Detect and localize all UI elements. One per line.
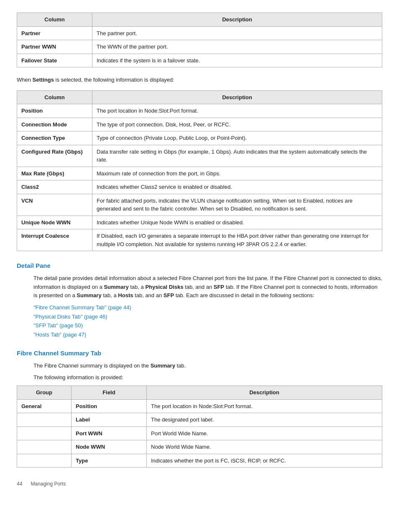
link-sfp-tab[interactable]: "SFP Tab" (page 50) [33,321,382,330]
cell: If Disabled, each I/O generates a separa… [92,229,382,251]
cell-failover-desc: Indicates if the system is in a failover… [92,54,382,67]
settings-desc-header: Description [92,90,382,104]
cell-desc: The designated port label. [147,413,382,427]
fibre-channel-summary-heading: Fibre Channel Summary Tab [17,349,382,358]
page-number: 44 [17,481,22,487]
cell: The type of port connection. Disk, Host,… [92,118,382,131]
top-table: Column Description Partner The partner p… [17,13,382,67]
cell-field: Port WWN [72,427,147,440]
cell: Interrupt Coalesce [17,229,92,251]
table-row: Node WWN Node World Wide Name. [17,440,382,454]
cell-desc: Node World Wide Name. [147,440,382,454]
cell-failover-label: Failover State [17,54,92,67]
cell-group [17,413,72,427]
detail-pane-body: The detail pane provides detail informat… [33,274,382,300]
summary-field-header: Field [72,386,147,400]
cell-field: Type [72,454,147,468]
table-row: Failover State Indicates if the system i… [17,54,382,67]
cell: Position [17,104,92,118]
cell: Connection Mode [17,118,92,131]
cell: Type of connection (Private Loop, Public… [92,131,382,145]
cell-desc: Indicates whether the port is FC, iSCSI,… [147,454,382,468]
link-physical-disks-tab[interactable]: "Physical Disks Tab" (page 46) [33,313,382,321]
fibre-channel-summary-line1: The Fibre Channel summary is displayed o… [33,362,382,370]
cell: Unique Node WWN [17,216,92,229]
cell-partner-wwn-label: Partner WWN [17,40,92,54]
cell: The port location in Node:Slot:Port form… [92,104,382,118]
cell-group: General [17,399,72,413]
table-row: Port WWN Port World Wide Name. [17,427,382,440]
cell: Connection Type [17,131,92,145]
cell: Indicates whether Class2 service is enab… [92,180,382,194]
cell-field: Node WWN [72,440,147,454]
cell: For fabric attached ports, indicates the… [92,194,382,216]
table-row: Label The designated port label. [17,413,382,427]
cell: Max Rate (Gbps) [17,167,92,180]
settings-col-header: Column [17,90,92,104]
link-hosts-tab[interactable]: "Hosts Tab" (page 47) [33,331,382,339]
summary-desc-header: Description [147,386,382,400]
table-row: Connection Mode The type of port connect… [17,118,382,131]
cell-desc: Port World Wide Name. [147,427,382,440]
table-row: Type Indicates whether the port is FC, i… [17,454,382,468]
col-header-column: Column [17,13,92,27]
cell-field: Label [72,413,147,427]
page-title: Managing Ports [31,481,66,487]
settings-table: Column Description Position The port loc… [17,90,382,252]
fibre-channel-summary-line2: The following information is provided: [33,373,382,382]
cell: VCN [17,194,92,216]
table-row: Partner WWN The WWN of the partner port. [17,40,382,54]
table-row: Position The port location in Node:Slot:… [17,104,382,118]
cell: Indicates whether Unique Node WWN is ena… [92,216,382,229]
table-row: VCN For fabric attached ports, indicates… [17,194,382,216]
detail-pane-heading: Detail Pane [17,261,382,271]
cell-field: Position [72,399,147,413]
cell: Configured Rate (Gbps) [17,145,92,167]
col-header-description: Description [92,13,382,27]
cell: Class2 [17,180,92,194]
summary-group-header: Group [17,386,72,400]
cell: Maximum rate of connection from the port… [92,167,382,180]
cell-desc: The port location in Node:Slot:Port form… [147,399,382,413]
link-fibre-channel-summary[interactable]: "Fibre Channel Summary Tab" (page 44) [33,303,382,312]
cell-group [17,427,72,440]
cell: Data transfer rate setting in Gbps (for … [92,145,382,167]
table-row: Class2 Indicates whether Class2 service … [17,180,382,194]
table-row: General Position The port location in No… [17,399,382,413]
cell-group [17,454,72,468]
settings-intro: When Settings is selected, the following… [17,76,382,85]
table-row: Connection Type Type of connection (Priv… [17,131,382,145]
table-row: Unique Node WWN Indicates whether Unique… [17,216,382,229]
table-row: Partner The partner port. [17,26,382,40]
cell-partner-desc: The partner port. [92,26,382,40]
cell-partner-wwn-desc: The WWN of the partner port. [92,40,382,54]
page-footer: 44 Managing Ports [17,480,382,488]
table-row: Configured Rate (Gbps) Data transfer rat… [17,145,382,167]
summary-table: Group Field Description General Position… [17,386,382,468]
table-row: Interrupt Coalesce If Disabled, each I/O… [17,229,382,251]
table-row: Max Rate (Gbps) Maximum rate of connecti… [17,167,382,180]
cell-group [17,440,72,454]
cell-partner-label: Partner [17,26,92,40]
